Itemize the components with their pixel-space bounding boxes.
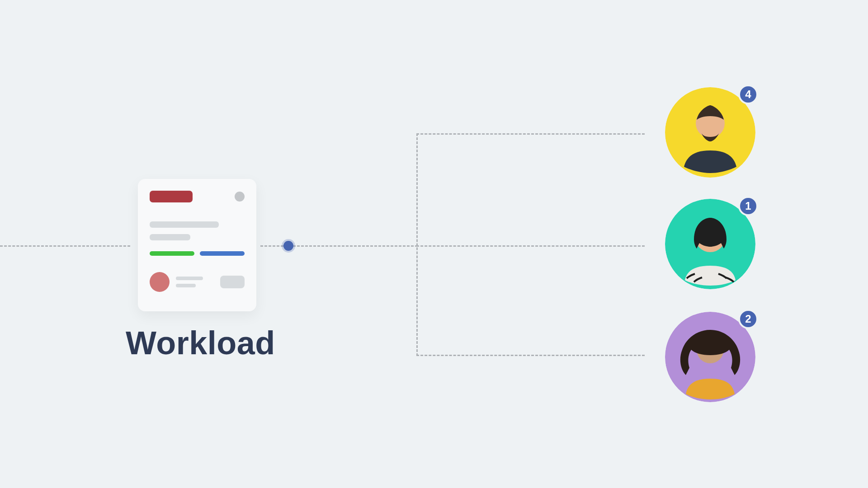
- card-progress-blue: [200, 251, 245, 256]
- assignee-count-badge: 1: [738, 196, 758, 216]
- connector-line: [416, 355, 645, 356]
- connector-line: [0, 245, 130, 247]
- assignee-avatar: 2: [665, 312, 755, 402]
- card-avatar-icon: [150, 272, 170, 292]
- workload-title: Workload: [126, 324, 275, 361]
- card-progress-green: [150, 251, 194, 256]
- card-action-placeholder: [220, 276, 245, 288]
- workload-card: [138, 179, 256, 311]
- card-tag: [150, 191, 193, 202]
- assignee-avatar: 1: [665, 199, 755, 289]
- assignee-count-badge: 4: [738, 84, 758, 104]
- assignee-count-badge: 2: [738, 309, 758, 329]
- connector-line: [416, 133, 645, 135]
- connector-line: [416, 245, 645, 247]
- connector-line: [416, 133, 418, 356]
- card-text-line: [150, 234, 190, 240]
- pulse-dot-icon: [283, 241, 293, 251]
- assignee-avatar: 4: [665, 87, 755, 178]
- card-text-line: [150, 221, 219, 228]
- card-status-dot-icon: [235, 192, 245, 202]
- card-meta: [176, 277, 203, 287]
